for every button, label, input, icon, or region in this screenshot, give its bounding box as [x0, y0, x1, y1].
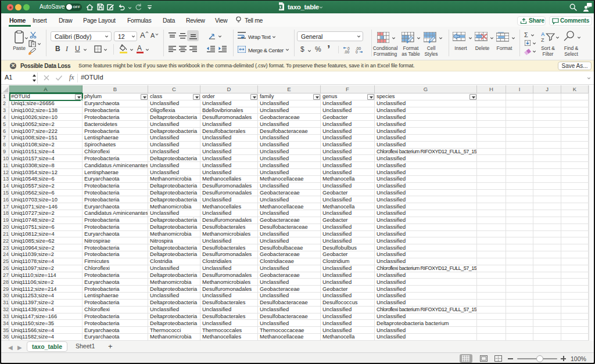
svg-text:.00: .00 — [344, 50, 349, 53]
svg-text:Z: Z — [541, 37, 544, 42]
svg-text:0: 0 — [356, 50, 358, 53]
svg-text:A: A — [541, 31, 545, 37]
